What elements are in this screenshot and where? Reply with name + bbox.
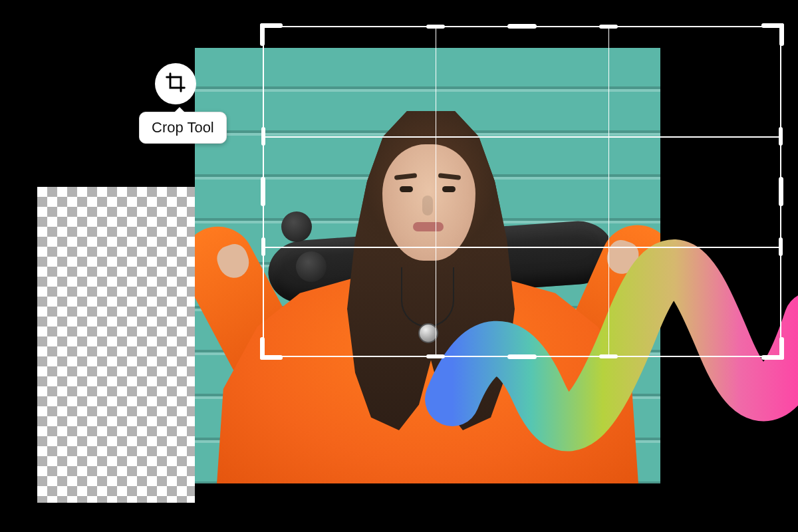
transparency-layer-panel: [37, 187, 195, 503]
crop-handle-corner-tl[interactable]: [260, 23, 283, 46]
crop-icon: [165, 72, 186, 96]
crop-handle-corner-tr[interactable]: [761, 23, 784, 46]
crop-tool-tooltip: Crop Tool: [139, 112, 227, 144]
photo-canvas[interactable]: [195, 48, 660, 483]
subject-pendant: [418, 323, 438, 343]
tooltip-label: Crop Tool: [152, 119, 214, 136]
crop-tick: [599, 25, 618, 29]
skateboard-wheel: [281, 211, 312, 242]
subject-eye: [400, 186, 413, 192]
crop-tick: [779, 127, 783, 146]
subject-lips: [413, 222, 444, 231]
crop-tool-button[interactable]: [155, 63, 196, 104]
crop-handle-corner-br[interactable]: [761, 337, 784, 360]
crop-tick: [779, 237, 783, 256]
crop-handle-edge-right[interactable]: [779, 177, 783, 206]
skateboard-wheel: [296, 251, 327, 282]
crop-tick: [426, 25, 445, 29]
subject-nose: [422, 196, 433, 215]
subject-eye: [442, 186, 456, 192]
crop-handle-edge-top[interactable]: [507, 24, 537, 29]
